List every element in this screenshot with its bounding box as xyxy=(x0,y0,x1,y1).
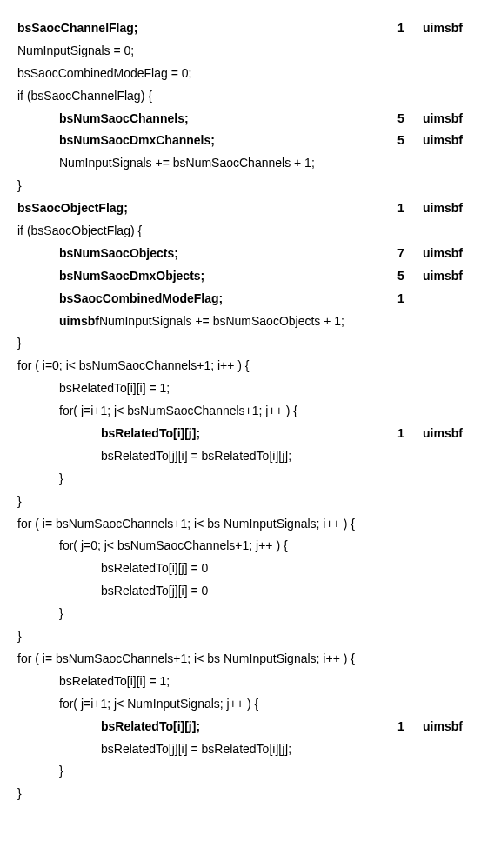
syntax-segment: bsSaocObjectFlag; xyxy=(17,201,128,215)
bits-column: 5 xyxy=(379,265,423,288)
syntax-text: bsRelatedTo[j][i] = bsRelatedTo[i][j]; xyxy=(17,738,379,761)
syntax-text: NumInputSignals = 0; xyxy=(17,40,379,63)
syntax-row: } xyxy=(17,625,484,648)
bits-column: 1 xyxy=(379,288,423,310)
syntax-segment: for( j=i+1; j< NumInputSignals; j++ ) { xyxy=(59,697,258,711)
syntax-segment: bsNumSaocDmxChannels; xyxy=(59,133,215,147)
mnemonic-column: uimsbf xyxy=(423,243,484,265)
syntax-text: bsRelatedTo[j][i] = bsRelatedTo[i][j]; xyxy=(17,445,379,468)
syntax-text: } xyxy=(17,332,379,355)
syntax-text: } xyxy=(17,625,379,648)
syntax-row: for ( i=0; i< bsNumSaocChannels+1; i++ )… xyxy=(17,355,484,377)
syntax-segment: bsSaocCombinedModeFlag = 0; xyxy=(17,66,191,80)
syntax-segment: } xyxy=(59,606,63,620)
syntax-row: bsRelatedTo[j][i] = bsRelatedTo[i][j]; xyxy=(17,738,484,761)
bits-column: 5 xyxy=(379,130,423,152)
syntax-text: bsNumSaocObjects; xyxy=(17,243,379,265)
syntax-row: bsNumSaocObjects;7uimsbf xyxy=(17,243,484,265)
syntax-text: bsSaocObjectFlag; xyxy=(17,197,379,220)
syntax-row: bsRelatedTo[i][j];1uimsbf xyxy=(17,716,484,738)
syntax-segment: for ( i= bsNumSaocChannels+1; i< bs NumI… xyxy=(17,651,355,665)
syntax-segment: bsSaocCombinedModeFlag; xyxy=(59,291,223,305)
syntax-segment: } xyxy=(17,494,22,508)
syntax-text: bsRelatedTo[j][i] = 0 xyxy=(17,580,379,603)
syntax-text: } xyxy=(17,175,379,197)
syntax-row: bsRelatedTo[i][j];1uimsbf xyxy=(17,423,484,445)
mnemonic-column: uimsbf xyxy=(423,423,484,445)
syntax-segment: for ( i=0; i< bsNumSaocChannels+1; i++ )… xyxy=(17,358,250,372)
syntax-text: uimsbfNumInputSignals += bsNumSaocObject… xyxy=(17,310,379,333)
syntax-text: bsSaocCombinedModeFlag; xyxy=(17,288,379,310)
syntax-text: bsRelatedTo[i][j]; xyxy=(17,716,379,738)
syntax-row: bsNumSaocDmxChannels;5uimsbf xyxy=(17,130,484,152)
syntax-segment: } xyxy=(17,786,22,800)
syntax-listing: bsSaocChannelFlag;1uimsbfNumInputSignals… xyxy=(17,17,484,805)
syntax-text: bsSaocCombinedModeFlag = 0; xyxy=(17,63,379,85)
syntax-row: for( j=i+1; j< bsNumSaocChannels+1; j++ … xyxy=(17,400,484,423)
syntax-segment: for ( i= bsNumSaocChannels+1; i< bs NumI… xyxy=(17,517,355,531)
syntax-text: bsRelatedTo[i][j]; xyxy=(17,423,379,445)
syntax-row: bsSaocChannelFlag;1uimsbf xyxy=(17,17,484,40)
syntax-segment: uimsbf xyxy=(59,314,99,328)
syntax-row: bsNumSaocDmxObjects;5uimsbf xyxy=(17,265,484,288)
syntax-segment: } xyxy=(59,471,63,485)
syntax-text: bsRelatedTo[i][i] = 1; xyxy=(17,671,379,693)
syntax-row: bsRelatedTo[i][j] = 0 xyxy=(17,558,484,580)
syntax-text: } xyxy=(17,783,379,805)
syntax-text: for( j=i+1; j< bsNumSaocChannels+1; j++ … xyxy=(17,400,379,423)
mnemonic-column: uimsbf xyxy=(423,108,484,130)
syntax-text: for ( i= bsNumSaocChannels+1; i< bs NumI… xyxy=(17,648,379,671)
syntax-text: if (bsSaocChannelFlag) { xyxy=(17,85,379,108)
syntax-row: for( j=i+1; j< NumInputSignals; j++ ) { xyxy=(17,693,484,716)
syntax-row: NumInputSignals = 0; xyxy=(17,40,484,63)
bits-column: 5 xyxy=(379,108,423,130)
syntax-row: bsRelatedTo[j][i] = bsRelatedTo[i][j]; xyxy=(17,445,484,468)
syntax-segment: bsRelatedTo[i][i] = 1; xyxy=(59,674,170,688)
syntax-row: bsRelatedTo[j][i] = 0 xyxy=(17,580,484,603)
syntax-segment: bsRelatedTo[i][j]; xyxy=(101,426,200,440)
syntax-row: bsSaocCombinedModeFlag;1 xyxy=(17,288,484,310)
syntax-text: bsRelatedTo[i][j] = 0 xyxy=(17,558,379,580)
syntax-segment: bsSaocChannelFlag; xyxy=(17,21,137,35)
syntax-row: for ( i= bsNumSaocChannels+1; i< bs NumI… xyxy=(17,513,484,536)
syntax-row: for( j=0; j< bsNumSaocChannels+1; j++ ) … xyxy=(17,535,484,558)
syntax-text: NumInputSignals += bsNumSaocChannels + 1… xyxy=(17,152,379,175)
syntax-segment: } xyxy=(59,764,63,778)
syntax-segment: bsRelatedTo[i][i] = 1; xyxy=(59,381,170,395)
syntax-segment: } xyxy=(17,178,22,192)
syntax-row: if (bsSaocChannelFlag) { xyxy=(17,85,484,108)
syntax-row: NumInputSignals += bsNumSaocChannels + 1… xyxy=(17,152,484,175)
syntax-text: bsNumSaocChannels; xyxy=(17,108,379,130)
syntax-row: bsSaocCombinedModeFlag = 0; xyxy=(17,63,484,85)
syntax-segment: for( j=0; j< bsNumSaocChannels+1; j++ ) … xyxy=(59,538,288,552)
syntax-text: bsNumSaocDmxChannels; xyxy=(17,130,379,152)
bits-column: 1 xyxy=(379,17,423,40)
syntax-row: } xyxy=(17,783,484,805)
syntax-row: } xyxy=(17,760,484,783)
syntax-text: bsRelatedTo[i][i] = 1; xyxy=(17,377,379,400)
syntax-row: } xyxy=(17,491,484,513)
syntax-row: } xyxy=(17,603,484,625)
syntax-text: } xyxy=(17,760,379,783)
syntax-row: for ( i= bsNumSaocChannels+1; i< bs NumI… xyxy=(17,648,484,671)
bits-column: 1 xyxy=(379,197,423,220)
syntax-row: } xyxy=(17,175,484,197)
syntax-segment: bsRelatedTo[j][i] = 0 xyxy=(101,584,208,598)
syntax-row: bsRelatedTo[i][i] = 1; xyxy=(17,377,484,400)
syntax-segment: if (bsSaocObjectFlag) { xyxy=(17,224,142,237)
syntax-text: for( j=i+1; j< NumInputSignals; j++ ) { xyxy=(17,693,379,716)
syntax-segment: if (bsSaocChannelFlag) { xyxy=(17,89,152,103)
syntax-text: bsNumSaocDmxObjects; xyxy=(17,265,379,288)
mnemonic-column: uimsbf xyxy=(423,130,484,152)
syntax-segment: bsNumSaocDmxObjects; xyxy=(59,269,204,283)
syntax-text: for ( i=0; i< bsNumSaocChannels+1; i++ )… xyxy=(17,355,379,377)
syntax-text: } xyxy=(17,603,379,625)
syntax-segment: bsRelatedTo[j][i] = bsRelatedTo[i][j]; xyxy=(101,449,291,463)
syntax-text: } xyxy=(17,491,379,513)
mnemonic-column: uimsbf xyxy=(423,716,484,738)
syntax-row: if (bsSaocObjectFlag) { xyxy=(17,220,484,243)
syntax-segment: NumInputSignals += bsNumSaocChannels + 1… xyxy=(59,156,315,170)
syntax-segment: bsNumSaocObjects; xyxy=(59,246,178,260)
syntax-text: for( j=0; j< bsNumSaocChannels+1; j++ ) … xyxy=(17,535,379,558)
syntax-row: bsSaocObjectFlag;1uimsbf xyxy=(17,197,484,220)
